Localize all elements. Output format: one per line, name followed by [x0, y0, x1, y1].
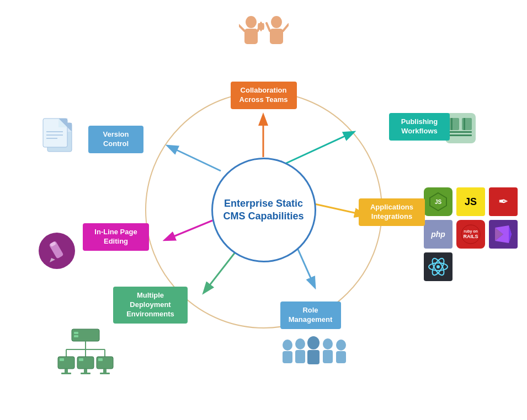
collaboration-label: CollaborationAcross Teams	[239, 86, 288, 104]
deployment-box: MultipleDeploymentEnvironments	[113, 287, 188, 324]
diagram-container: Enterprise Static CMS Capabilities Colla…	[0, 0, 527, 420]
version-box: VersionControl	[88, 126, 143, 153]
svg-point-7	[246, 16, 257, 28]
svg-rect-36	[283, 351, 292, 363]
svg-rect-11	[270, 29, 283, 44]
deployment-label: MultipleDeploymentEnvironments	[126, 291, 174, 318]
svg-rect-38	[295, 350, 305, 363]
svg-rect-60	[61, 373, 71, 374]
svg-rect-44	[336, 351, 346, 363]
center-text: Enterprise Static CMS Capabilities	[213, 197, 315, 223]
svg-rect-62	[81, 373, 91, 374]
svg-rect-40	[307, 350, 320, 364]
svg-point-43	[336, 340, 346, 351]
svg-rect-58	[98, 358, 103, 361]
svg-point-35	[283, 340, 292, 351]
svg-rect-22	[449, 134, 472, 136]
react-logo	[424, 252, 453, 281]
collaboration-icon	[239, 12, 289, 62]
center-circle: Enterprise Static CMS Capabilities	[211, 158, 316, 262]
svg-point-10	[271, 16, 282, 28]
version-label: VersionControl	[103, 130, 129, 148]
svg-rect-18	[451, 118, 453, 130]
svg-line-12	[239, 24, 244, 31]
svg-text:JS: JS	[435, 199, 442, 205]
svg-text:ruby on: ruby on	[464, 229, 478, 234]
svg-rect-17	[449, 118, 459, 130]
deployment-icon	[55, 326, 116, 379]
version-icon	[38, 113, 82, 157]
js-logo: JS	[456, 187, 485, 216]
nodejs-logo: JS	[424, 187, 453, 216]
tech-logos: JS JS ✒ php ruby onRAILS	[424, 187, 520, 287]
svg-rect-64	[100, 373, 110, 374]
role-icon	[279, 333, 351, 383]
svg-marker-30	[509, 225, 512, 243]
svg-text:RAILS: RAILS	[464, 234, 478, 239]
svg-rect-46	[74, 332, 78, 334]
svg-line-14	[267, 23, 270, 31]
publishing-label: PublishingWorkflows	[401, 117, 438, 135]
svg-rect-63	[103, 369, 107, 373]
php-logo: php	[424, 220, 453, 249]
svg-rect-42	[323, 350, 333, 363]
svg-line-15	[283, 24, 289, 31]
role-label: RoleManagement	[289, 306, 332, 324]
quill-logo: ✒	[489, 187, 518, 216]
svg-rect-54	[60, 358, 64, 361]
svg-rect-61	[84, 369, 87, 373]
svg-point-39	[307, 336, 320, 349]
svg-rect-56	[79, 358, 83, 361]
svg-point-41	[323, 338, 333, 349]
svg-rect-19	[462, 118, 472, 130]
applications-label: ApplicationsIntegrations	[370, 203, 413, 220]
svg-point-37	[295, 338, 305, 349]
publishing-box: PublishingWorkflows	[389, 113, 450, 141]
svg-point-34	[436, 265, 440, 268]
editing-label: In-Line PageEditing	[94, 228, 137, 245]
editing-box: In-Line PageEditing	[83, 223, 149, 251]
rails-logo: ruby onRAILS	[456, 220, 485, 249]
editing-icon	[38, 231, 76, 270]
svg-rect-59	[65, 369, 68, 373]
role-box: RoleManagement	[280, 301, 341, 329]
collaboration-box: CollaborationAcross Teams	[231, 82, 297, 109]
vs-logo	[489, 220, 518, 249]
svg-rect-20	[464, 118, 465, 130]
svg-rect-21	[449, 131, 472, 133]
applications-box: ApplicationsIntegrations	[359, 198, 425, 226]
svg-rect-47	[74, 335, 78, 337]
